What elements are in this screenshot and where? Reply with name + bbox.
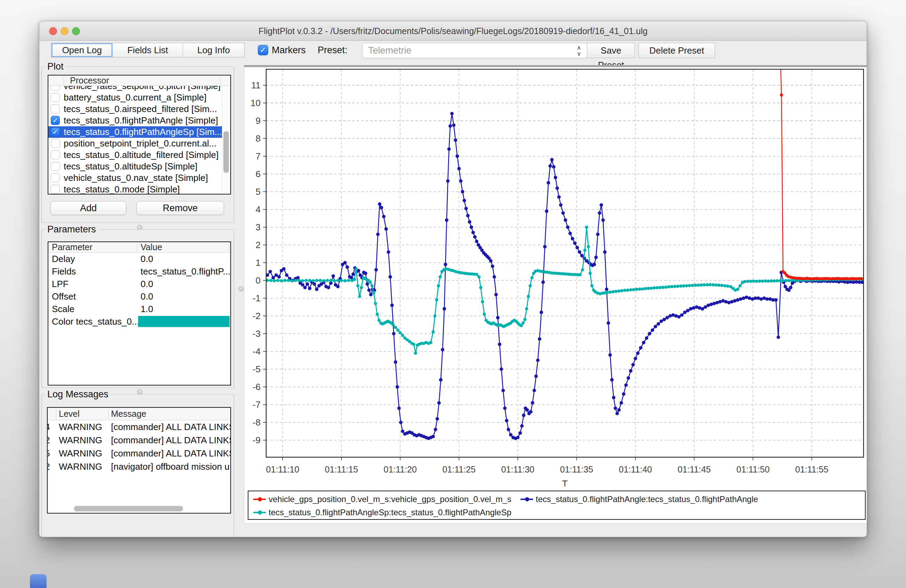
window-title: FlightPlot v.0.3.2 - /Users/fritz/Docume… <box>39 21 867 41</box>
svg-text:01:11:25: 01:11:25 <box>443 464 475 474</box>
legend-marker-icon <box>253 499 266 500</box>
svg-text:01:11:10: 01:11:10 <box>266 464 299 474</box>
log-table-hscroll-thumb[interactable] <box>74 506 183 512</box>
log-messages-group: Log Messages Level Message 4WARNING[comm… <box>41 394 234 537</box>
field-label: battery_status_0.current_a [Simple] <box>64 92 206 104</box>
field-checkbox[interactable]: ✓ <box>51 127 60 136</box>
log-row[interactable]: 2WARNING[commander] ALL DATA LINKS <box>48 433 230 447</box>
combo-stepper-icon[interactable]: ∧∨ <box>572 44 586 57</box>
add-button[interactable]: Add <box>51 201 126 215</box>
svg-text:0: 0 <box>256 275 261 286</box>
preset-label: Preset: <box>317 43 348 57</box>
parameter-value: tecs_status_0.flightP... <box>140 265 230 278</box>
legend-item: tecs_status_0.flightPathAngleSp:tecs_sta… <box>253 508 512 517</box>
markers-label: Markers <box>272 43 306 57</box>
parameter-row[interactable]: LPF0.0 <box>48 278 230 290</box>
log-level: WARNING <box>59 460 102 473</box>
color-swatch[interactable] <box>138 316 230 327</box>
svg-text:1: 1 <box>256 258 261 268</box>
svg-text:-2: -2 <box>253 311 261 321</box>
field-row[interactable]: vehicle_rates_setpoint_0.pitch [Simple] <box>48 86 230 92</box>
dock-icon[interactable] <box>30 574 46 588</box>
field-label: tecs_status_0.flightPathAngle [Simple] <box>64 115 218 126</box>
col-value: Value <box>140 242 162 252</box>
field-label: vehicle_status_0.nav_state [Simple] <box>64 172 208 184</box>
field-row[interactable]: position_setpoint_triplet_0.current.al..… <box>48 138 230 149</box>
delete-preset-button[interactable]: Delete Preset <box>638 43 715 58</box>
parameter-row[interactable]: Color tecs_status_0.... <box>48 315 230 328</box>
field-row[interactable]: battery_status_0.current_a [Simple] <box>48 92 230 104</box>
titlebar: FlightPlot v.0.3.2 - /Users/fritz/Docume… <box>39 21 867 41</box>
splitter-handle-parameters-log[interactable] <box>137 389 142 395</box>
svg-text:7: 7 <box>256 151 261 161</box>
svg-text:10: 10 <box>250 98 261 108</box>
parameter-name: Color tecs_status_0.... <box>52 315 142 328</box>
svg-text:01:11:50: 01:11:50 <box>737 464 770 474</box>
field-checkbox[interactable] <box>51 173 60 182</box>
log-clipped-timestamp: 5 <box>47 447 50 460</box>
log-row[interactable]: 2WARNING[navigator] offboard mission u <box>48 460 230 473</box>
log-row[interactable]: 4WARNING[commander] ALL DATA LINKS <box>48 420 230 433</box>
legend-label: tecs_status_0.flightPathAngle:tecs_statu… <box>536 494 758 504</box>
parameter-value: 0.0 <box>140 253 153 265</box>
field-row[interactable]: vehicle_status_0.nav_state [Simple] <box>48 172 230 184</box>
svg-text:2: 2 <box>256 240 261 250</box>
log-clipped-timestamp: 2 <box>47 460 50 473</box>
svg-text:5: 5 <box>256 186 261 197</box>
save-preset-button[interactable]: Save Preset <box>587 43 635 58</box>
svg-text:01:11:45: 01:11:45 <box>678 464 711 474</box>
log-clipped-timestamp: 4 <box>47 420 50 433</box>
parameter-row[interactable]: Scale1.0 <box>48 303 230 315</box>
svg-text:01:11:20: 01:11:20 <box>384 464 417 474</box>
field-list[interactable]: Processor vehicle_rates_setpoint_0.pitch… <box>48 75 231 194</box>
svg-text:-7: -7 <box>253 400 261 410</box>
field-label: tecs_status_0.flightPathAngleSp [Sim... <box>64 126 222 138</box>
field-row[interactable]: ✓tecs_status_0.flightPathAngleSp [Sim... <box>48 126 230 138</box>
parameter-value: 0.0 <box>140 278 153 290</box>
parameter-row[interactable]: Offset0.0 <box>48 290 230 303</box>
fields-list-button[interactable]: Fields List <box>113 43 183 57</box>
field-row[interactable]: tecs_status_0.altitude_filtered [Simple] <box>48 149 230 161</box>
log-clipped-timestamp: 2 <box>47 433 50 447</box>
field-row[interactable]: ✓tecs_status_0.flightPathAngle [Simple] <box>48 115 230 126</box>
svg-text:11: 11 <box>251 80 261 91</box>
field-row[interactable]: tecs_status_0.altitudeSp [Simple] <box>48 161 230 172</box>
log-level: WARNING <box>59 447 102 460</box>
field-checkbox[interactable]: ✓ <box>51 116 60 125</box>
open-log-button[interactable]: Open Log <box>51 43 113 57</box>
svg-text:-1: -1 <box>253 293 261 303</box>
field-list-scroll-thumb[interactable] <box>223 131 229 173</box>
svg-text:01:11:15: 01:11:15 <box>325 464 358 474</box>
markers-checkbox[interactable]: ✓ <box>258 45 268 55</box>
field-checkbox[interactable] <box>51 86 60 91</box>
field-checkbox[interactable] <box>51 185 60 194</box>
field-row[interactable]: tecs_status_0.airspeed_filtered [Sim... <box>48 104 230 115</box>
log-info-button[interactable]: Log Info <box>183 43 244 57</box>
preset-combobox[interactable]: Telemetrie ∧∨ <box>362 43 588 58</box>
svg-text:01:11:30: 01:11:30 <box>501 464 534 474</box>
field-checkbox[interactable] <box>51 150 60 159</box>
field-checkbox[interactable] <box>51 139 60 148</box>
parameter-row[interactable]: Delay0.0 <box>48 253 230 265</box>
field-row[interactable]: tecs_status_0.mode [Simple] <box>48 184 230 194</box>
field-checkbox[interactable] <box>51 104 60 113</box>
log-level: WARNING <box>59 433 102 447</box>
log-message: [commander] ALL DATA LINKS <box>111 447 231 460</box>
remove-button[interactable]: Remove <box>136 201 224 215</box>
flight-chart[interactable]: -9-8-7-6-5-4-3-2-10123456789101101:11:10… <box>244 65 867 486</box>
parameter-row[interactable]: Fieldstecs_status_0.flightP... <box>48 265 230 278</box>
field-checkbox[interactable] <box>51 162 60 171</box>
field-checkbox[interactable] <box>51 93 60 102</box>
field-list-scrollbar[interactable] <box>222 86 230 194</box>
parameters-table[interactable]: Parameter Value Delay0.0Fieldstecs_statu… <box>48 241 231 386</box>
field-label: tecs_status_0.altitude_filtered [Simple] <box>64 149 219 161</box>
chart-legend: vehicle_gps_position_0.vel_m_s:vehicle_g… <box>248 491 866 520</box>
parameter-name: Offset <box>52 290 76 303</box>
log-message: [navigator] offboard mission u <box>111 460 230 473</box>
svg-text:8: 8 <box>256 133 261 144</box>
log-messages-table[interactable]: Level Message 4WARNING[commander] ALL DA… <box>47 407 231 513</box>
parameter-name: Delay <box>52 253 75 265</box>
legend-label: tecs_status_0.flightPathAngleSp:tecs_sta… <box>269 508 512 517</box>
log-row[interactable]: 5WARNING[commander] ALL DATA LINKS <box>48 447 230 460</box>
splitter-handle-sidebar-chart[interactable] <box>238 286 244 292</box>
